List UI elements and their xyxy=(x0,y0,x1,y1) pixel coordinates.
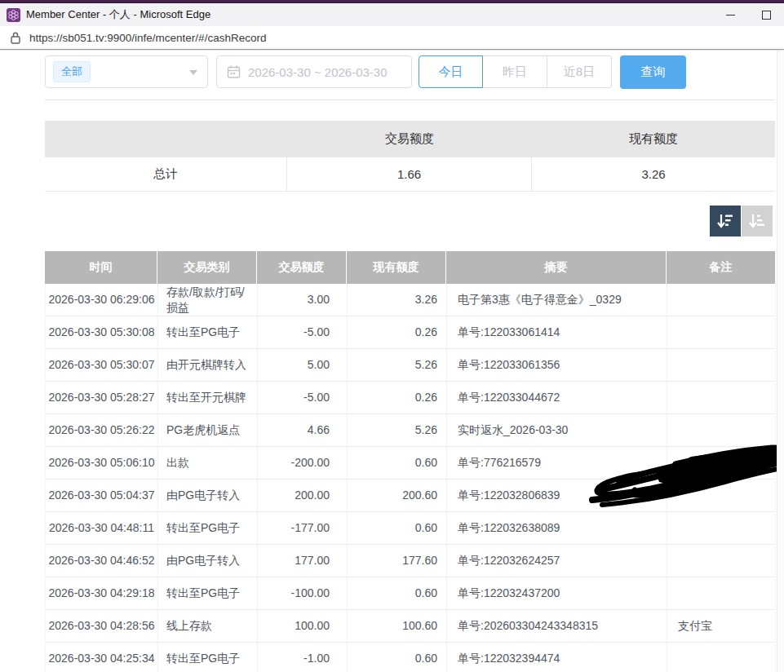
cell-amount: 200.00 xyxy=(258,480,348,511)
cell-type: PG老虎机返点 xyxy=(158,414,258,446)
lock-icon xyxy=(10,31,21,45)
sort-ascending-button[interactable] xyxy=(742,206,773,237)
minimize-button[interactable] xyxy=(712,3,748,26)
cell-summary: 单号:122033061356 xyxy=(447,349,667,381)
cell-balance: 177.60 xyxy=(348,545,447,577)
summary-header-empty xyxy=(45,121,287,157)
summary-header-row: 交易额度 现有额度 xyxy=(45,121,775,157)
cell-balance: 200.60 xyxy=(348,480,447,511)
cell-type: 出款 xyxy=(158,447,258,479)
browser-window: Member Center - 个人 - Microsoft Edge http… xyxy=(0,0,784,672)
url-text: https://sb051.tv:9900/infe/mcenter/#/cas… xyxy=(29,32,266,44)
cell-note xyxy=(667,284,776,316)
cell-summary: 单号:776216579 xyxy=(447,447,667,479)
cell-summary: 单号:122032638089 xyxy=(447,512,667,544)
quick-date-button-group: 今日 昨日 近8日 xyxy=(419,55,612,88)
cell-amount: 177.00 xyxy=(258,545,348,577)
cell-time: 2026-03-30 04:25:34 xyxy=(46,643,158,672)
cell-summary: 单号:122033044672 xyxy=(447,382,667,413)
summary-balance-total: 3.26 xyxy=(532,157,775,191)
titlebar[interactable]: Member Center - 个人 - Microsoft Edge xyxy=(0,3,784,26)
cell-amount: 4.66 xyxy=(258,414,348,446)
cell-balance: 3.26 xyxy=(348,284,447,316)
last8days-button-label: 近8日 xyxy=(564,64,595,80)
maximize-button[interactable] xyxy=(748,3,784,26)
cell-balance: 0.60 xyxy=(348,512,447,544)
cell-balance: 5.26 xyxy=(348,414,447,446)
today-button-label: 今日 xyxy=(439,64,463,80)
sort-descending-button[interactable] xyxy=(710,206,741,237)
cell-note xyxy=(667,512,776,544)
cell-amount: 100.00 xyxy=(258,610,348,642)
table-row: 2026-03-30 05:06:10 出款 -200.00 0.60 单号:7… xyxy=(45,447,775,480)
table-row: 2026-03-30 05:26:22 PG老虎机返点 4.66 5.26 实时… xyxy=(45,414,775,447)
sort-descending-icon xyxy=(716,212,734,230)
cell-amount: -5.00 xyxy=(258,382,348,413)
chrome-divider xyxy=(0,49,784,51)
cell-note xyxy=(667,349,776,381)
cell-note xyxy=(667,316,776,348)
table-row: 2026-03-30 04:46:52 由PG电子转入 177.00 177.6… xyxy=(45,545,775,577)
last8days-button[interactable]: 近8日 xyxy=(547,55,612,88)
address-bar[interactable]: https://sb051.tv:9900/infe/mcenter/#/cas… xyxy=(0,26,784,49)
vertical-scrollbar[interactable] xyxy=(777,51,784,672)
date-range-picker[interactable]: 2026-03-30 ~ 2026-03-30 xyxy=(216,55,412,88)
cell-summary: 实时返水_2026-03-30 xyxy=(447,414,667,446)
cell-summary: 单号:122032624257 xyxy=(447,545,667,577)
cell-amount: -200.00 xyxy=(258,447,348,479)
cell-balance: 0.60 xyxy=(348,577,447,609)
cell-note xyxy=(667,643,776,672)
cell-time: 2026-03-30 04:48:11 xyxy=(46,512,158,544)
maximize-icon xyxy=(762,11,771,20)
header-time: 时间 xyxy=(45,251,157,284)
cell-type: 转出至PG电子 xyxy=(158,512,258,544)
date-range-value: 2026-03-30 ~ 2026-03-30 xyxy=(248,65,388,79)
cell-type: 存款/取款/打码/损益 xyxy=(158,284,258,316)
cell-summary: 单号:202603304243348315 xyxy=(447,610,667,642)
header-summary: 摘要 xyxy=(446,251,667,284)
cell-amount: -100.00 xyxy=(258,577,348,609)
cell-amount: 5.00 xyxy=(258,349,348,381)
table-row: 2026-03-30 04:28:56 线上存款 100.00 100.60 单… xyxy=(45,610,775,643)
table-row: 2026-03-30 06:29:06 存款/取款/打码/损益 3.00 3.2… xyxy=(45,284,775,316)
summary-transaction-total: 1.66 xyxy=(287,157,532,191)
sort-controls xyxy=(710,206,773,237)
today-button[interactable]: 今日 xyxy=(419,55,483,88)
cell-time: 2026-03-30 06:29:06 xyxy=(46,284,158,316)
summary-header-balance: 现有额度 xyxy=(532,121,775,157)
cell-time: 2026-03-30 04:28:56 xyxy=(46,610,158,642)
window-title: Member Center - 个人 - Microsoft Edge xyxy=(26,7,210,22)
cell-amount: -5.00 xyxy=(258,316,348,348)
summary-total-label: 总计 xyxy=(45,157,287,191)
cell-type: 线上存款 xyxy=(158,610,258,642)
cash-record-table: 时间 交易类别 交易额度 现有额度 摘要 备注 2026-03-30 06:29… xyxy=(45,251,775,672)
cell-time: 2026-03-30 05:30:08 xyxy=(46,316,158,348)
sort-ascending-icon xyxy=(748,212,766,230)
cell-note xyxy=(667,414,776,446)
table-row: 2026-03-30 05:30:08 转出至PG电子 -5.00 0.26 单… xyxy=(45,316,775,349)
cell-time: 2026-03-30 05:06:10 xyxy=(46,447,158,479)
yesterday-button[interactable]: 昨日 xyxy=(483,55,547,88)
search-button[interactable]: 查询 xyxy=(620,55,686,89)
cell-summary: 单号:122032394474 xyxy=(447,643,667,672)
cell-note xyxy=(667,480,776,511)
cell-type: 由PG电子转入 xyxy=(158,480,258,511)
cell-note xyxy=(667,577,776,609)
cell-balance: 0.60 xyxy=(348,643,447,672)
cell-note xyxy=(667,545,776,577)
cell-amount: -177.00 xyxy=(258,512,348,544)
cell-balance: 0.26 xyxy=(348,382,447,413)
cell-time: 2026-03-30 05:30:07 xyxy=(46,349,158,381)
chevron-down-icon xyxy=(189,70,197,75)
cell-amount: -1.00 xyxy=(258,643,348,672)
cell-summary: 单号:122032806839 xyxy=(447,480,667,511)
cell-time: 2026-03-30 04:46:52 xyxy=(46,545,158,577)
type-select[interactable]: 全部 xyxy=(45,55,208,88)
summary-total-row: 总计 1.66 3.26 xyxy=(45,157,775,192)
table-row: 2026-03-30 05:30:07 由开元棋牌转入 5.00 5.26 单号… xyxy=(45,349,775,382)
header-balance: 现有额度 xyxy=(347,251,446,284)
table-row: 2026-03-30 04:29:18 转出至PG电子 -100.00 0.60… xyxy=(45,577,775,610)
header-type: 交易类别 xyxy=(157,251,257,284)
site-favicon-icon xyxy=(7,8,20,22)
table-header-row: 时间 交易类别 交易额度 现有额度 摘要 备注 xyxy=(45,251,775,284)
